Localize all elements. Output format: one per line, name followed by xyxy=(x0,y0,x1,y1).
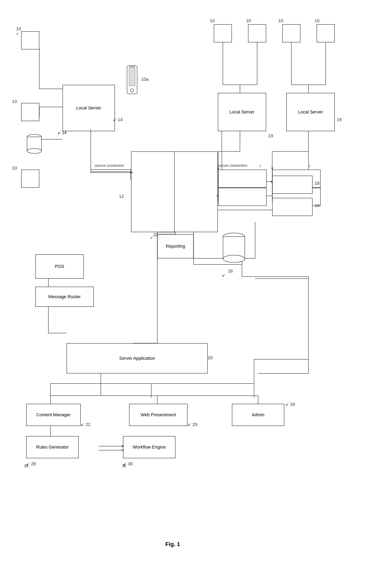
reporting-box: Reporting xyxy=(157,234,194,259)
box-18b xyxy=(272,198,313,216)
ref-14-label: ↙ 14 xyxy=(57,130,67,135)
secure-connection-left-label: secure connection xyxy=(95,163,124,168)
ref-18a: 18 xyxy=(315,181,320,186)
local-server-left: Local Server xyxy=(62,85,115,131)
rules-generator-box: Rules Generator xyxy=(26,436,79,458)
ref-10a: 10a xyxy=(141,77,149,82)
local-server-mid: Local Server xyxy=(218,93,266,131)
ref-12: 12 xyxy=(119,194,124,199)
ref-20: 20 xyxy=(208,355,213,361)
stack-mid-2 xyxy=(218,188,267,206)
diagram: 10 ↙ 10 10 Local Server ↙ 14 10a secure … xyxy=(0,0,392,561)
svg-point-50 xyxy=(27,149,41,153)
ref-10-tr2: 10 xyxy=(246,18,251,23)
diagram-lines xyxy=(0,0,392,561)
client-tr1 xyxy=(214,24,232,43)
client-tr2 xyxy=(248,24,266,43)
client-box-topleft xyxy=(21,31,39,49)
admin-box: Admin xyxy=(232,404,284,426)
client-tr4 xyxy=(317,24,335,43)
ref-10-tr1: 10 xyxy=(210,18,215,23)
stack-mid-1 xyxy=(218,170,267,188)
ref-29: ↙ 29 xyxy=(187,422,197,427)
ref-16: 16 xyxy=(228,269,233,274)
ref-19b: 19 xyxy=(337,117,341,122)
pos-box: POS xyxy=(35,254,84,279)
message-router-box: Message Router xyxy=(35,287,94,307)
lines-topright xyxy=(0,0,392,561)
mobile-phone xyxy=(125,65,139,99)
central-server-12 xyxy=(131,151,218,232)
client-box-midleft xyxy=(21,103,39,121)
ref-10-topleft: 10 xyxy=(16,26,21,32)
ref-32: 32 xyxy=(153,232,158,237)
client-tr3 xyxy=(282,24,300,43)
web-presentment-box: Web Presentment xyxy=(129,404,187,426)
workflow-engine-box: Workflow Engine xyxy=(123,436,175,458)
ref-10-bottom: 10 xyxy=(12,165,17,171)
svg-point-119 xyxy=(223,255,245,262)
ref-18b: 18 xyxy=(315,203,320,208)
server-application-box: Server Application xyxy=(67,343,208,373)
ref-10-midleft: 10 xyxy=(12,99,17,104)
ref-22: ↙ 22 xyxy=(81,422,91,427)
ref-19a: 19 xyxy=(268,133,273,139)
secure-connection-right-label: secure connection xyxy=(218,163,247,168)
ref-26: ↙ 26 xyxy=(285,402,295,407)
ref-10-tr3: 10 xyxy=(278,18,283,23)
figure-label: Fig. 1 xyxy=(165,541,180,548)
content-manager-box: Content Manager xyxy=(26,404,81,426)
ref-14: ↙ 14 xyxy=(113,117,123,122)
local-server-right: Local Server xyxy=(286,93,335,131)
ref-10-tr4: 10 xyxy=(315,18,320,23)
box-18a xyxy=(272,176,313,194)
database-left xyxy=(26,133,42,155)
svg-rect-54 xyxy=(129,68,135,86)
database-16 xyxy=(222,232,246,264)
client-box-bottom xyxy=(21,170,39,188)
